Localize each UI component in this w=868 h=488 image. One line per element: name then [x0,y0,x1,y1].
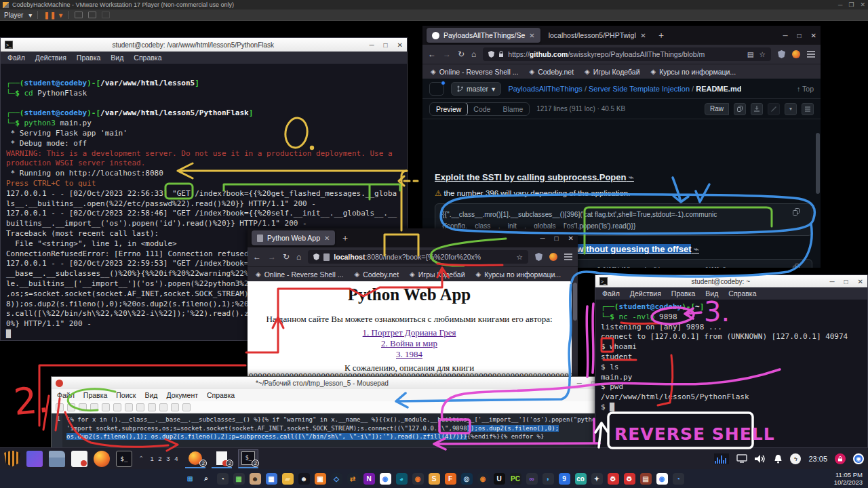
download-icon[interactable] [751,103,763,115]
firefox-browser[interactable]: ◉ [412,473,424,485]
onenote-app[interactable]: N [363,473,375,485]
vscode-app[interactable]: ◗ [542,473,554,485]
outline-icon[interactable] [802,103,814,115]
save-icon[interactable] [79,403,87,411]
grid-app[interactable]: ▦ [233,473,245,485]
replace-icon[interactable] [182,403,191,411]
editor-text[interactable]: {% for x in ().__class__.__base__.__subc… [62,413,599,448]
tab-python-web-app[interactable]: Python Web App✕ [252,230,335,245]
screen-lock-icon[interactable] [835,453,846,464]
bookmark-item[interactable]: ◈Игры Кодебай [585,68,639,76]
new-tab-button[interactable]: ＋ [657,29,666,41]
copy-icon[interactable] [734,103,746,115]
minimize-button[interactable]: ─ [540,235,545,242]
close-button[interactable]: ✕ [811,32,816,39]
cube-app[interactable]: ◇ [331,473,342,485]
mousepad-titlebar[interactable]: *~/Рабочий стол/tmp_lesson_5 - Mousepad … [52,377,599,389]
extension-shield-icon[interactable] [778,50,785,58]
paint-app[interactable]: ▤ [640,473,652,485]
search-icon[interactable]: ⌕ [201,473,212,485]
bookmark-item[interactable]: ◈Курсы по информаци... [476,270,561,279]
extension-shield-icon[interactable] [535,253,542,261]
breadcrumb-repo-link[interactable]: PayloadsAllTheThings [508,85,582,93]
file-tree-icon[interactable] [429,82,444,96]
terminal2-titlebar[interactable]: >_ student@codeby: ~ ─ □ ✕ [595,275,867,287]
maximize-button[interactable]: □ [555,235,559,242]
tab-blame[interactable]: Blame [496,103,529,115]
menu-item[interactable]: Вид [705,289,718,298]
bookmark-item[interactable]: ◈Online - Reverse Shell ... [256,270,343,279]
back-to-top-link[interactable]: ↑ Top [797,85,814,93]
close-button[interactable]: ✕ [858,278,863,285]
cut-icon[interactable] [136,403,144,411]
dragon-app[interactable]: ✦ [591,473,603,485]
panel-expand-icon[interactable]: ⌃ [138,455,144,462]
maximize-button[interactable]: □ [844,278,848,285]
display-icon[interactable] [736,454,747,463]
menu-item[interactable]: Поиск [116,391,136,399]
firefox-extension-icon[interactable] [549,253,557,261]
reload-icon[interactable]: ↻ [458,49,465,59]
open-file-icon[interactable] [67,403,75,411]
minimize-button[interactable]: ─ [829,278,834,285]
menu-item[interactable]: Вид [111,54,123,62]
terminal-launcher-icon[interactable]: $_ [116,451,132,467]
portrait-app[interactable]: ☻ [250,473,261,485]
tab-payloadsallthethings[interactable]: PayloadsAllTheThings/Se✕ [427,28,540,43]
camera-app[interactable]: ◎ [461,473,473,485]
bookmark-star-icon[interactable]: ☆ [760,50,766,58]
start-button[interactable]: ⊞ [184,473,196,485]
back-icon[interactable]: ← [253,252,261,262]
settings-red-app[interactable]: ⚙ [624,473,635,485]
menu-item[interactable]: Действия [35,54,66,62]
minimize-button[interactable]: ─ [783,32,787,39]
paste-icon[interactable] [159,403,167,411]
menu-item[interactable]: Справка [728,289,756,298]
menu-item[interactable]: Документ [166,391,198,399]
edge-browser[interactable]: ◕ [396,473,408,485]
hamburger-menu-icon[interactable] [564,253,572,260]
save-as-icon[interactable] [90,403,98,411]
copy-code-icon[interactable] [793,208,800,216]
bookmark-star-icon[interactable]: ☆ [517,253,523,261]
mousepad-launcher-icon[interactable] [81,460,87,466]
breadcrumb-dir-link[interactable]: Server Side Template Injection [589,85,690,93]
power-manager-icon[interactable]: ϟ [790,453,801,464]
close-tab-icon[interactable]: ✕ [529,32,534,39]
system-monitor-graph[interactable] [714,453,729,464]
chrome-browser[interactable]: ◉ [380,473,391,485]
maximize-button[interactable]: □ [797,32,802,39]
terminal1-titlebar[interactable]: >_ student@codeby: /var/www/html/lesson5… [1,38,407,52]
bookmark-item[interactable]: ◈Игры Кодебай [410,270,465,279]
new-tab-button[interactable]: ＋ [340,232,349,244]
bookmark-item[interactable]: ◈Online - Reverse Shell ... [431,68,518,76]
vmware-app[interactable]: ▣ [315,473,326,485]
flstudio-app[interactable]: F [445,473,456,485]
menu-item[interactable]: Файл [602,289,620,298]
pause-vm-button[interactable]: ❚❚ ▾ [43,12,63,19]
url-bar[interactable]: https://github.com/swisskyrepo/PayloadsA… [483,47,771,61]
pycharm-app[interactable]: PC [510,473,521,485]
tab-code[interactable]: Code [467,103,496,115]
close-doc-icon[interactable] [102,403,110,411]
home-icon[interactable]: ⌂ [471,49,476,59]
close-tab-icon[interactable]: ✕ [324,235,330,242]
teal-app[interactable]: co [575,473,587,485]
workspace-switcher[interactable]: 1 2 3 4 [150,455,179,462]
menu-item[interactable]: Вид [144,391,157,399]
firefox-extension-icon[interactable] [792,50,800,58]
map-pin-app[interactable]: 9 [559,473,570,485]
file-manager-icon[interactable] [49,451,65,467]
undo-icon[interactable] [113,403,121,411]
file-explorer[interactable]: ▰ [282,473,294,485]
branch-selector[interactable]: master ▾ [451,82,501,96]
player-menu-caret[interactable]: ▾ [28,12,32,19]
codeby-menu-icon[interactable] [4,451,20,467]
bookmark-item[interactable]: ◈Курсы по информаци... [651,68,736,76]
reader-icon[interactable]: ▤ [747,50,754,58]
url-bar[interactable]: localhost:8080/index?book={%%20for%20x% … [308,250,528,264]
redo-icon[interactable] [125,403,133,411]
book-link[interactable]: 2. Война и мир [381,338,437,348]
blender-app[interactable]: ◉ [477,473,489,485]
mousepad-editor[interactable]: 1 {% for x in ().__class__.__base__.__su… [52,413,599,448]
